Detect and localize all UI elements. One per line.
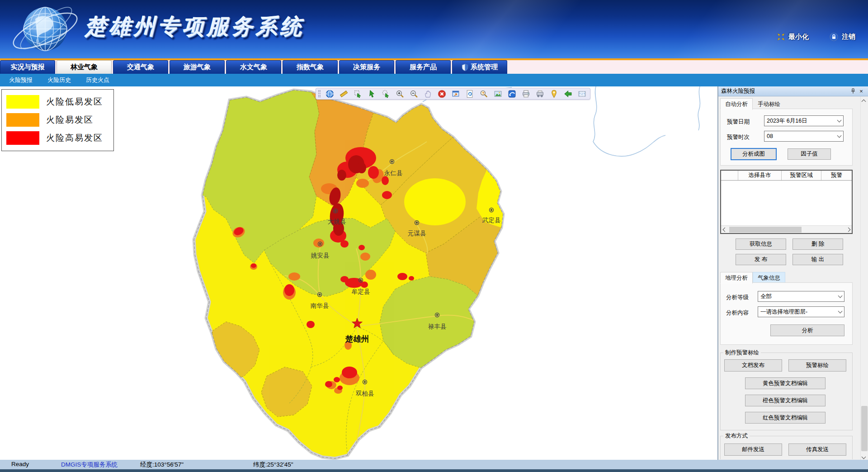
status-longitude: 经度:103°56'57" xyxy=(140,461,184,469)
tab-tourism-weather[interactable]: 旅游气象 xyxy=(170,60,225,74)
subtab-fire-forecast[interactable]: 火险预报 xyxy=(9,76,33,84)
sub-tab-bar: 火险预报 火险历史 历史火点 xyxy=(0,74,868,86)
legend-item: 火险易发区 xyxy=(6,112,109,128)
pan-hand-icon[interactable] xyxy=(421,88,435,99)
refresh-icon[interactable] xyxy=(463,88,477,99)
table-hscrollbar[interactable] xyxy=(721,225,852,233)
scrollbar-thumb[interactable] xyxy=(861,406,868,451)
tab-hydrology-weather[interactable]: 水文气象 xyxy=(226,60,281,74)
analysis-content-label: 分析内容 xyxy=(726,309,749,317)
panel-scrollbar[interactable] xyxy=(860,96,868,460)
panel-title: 森林火险预报 xyxy=(721,87,755,95)
export-button[interactable]: 输 出 xyxy=(793,254,843,265)
legend-swatch-medium xyxy=(6,113,39,127)
county-label: 元谋县 xyxy=(408,230,426,237)
zoom-out-icon[interactable] xyxy=(407,88,421,99)
tab-index-weather[interactable]: 指数气象 xyxy=(283,60,338,74)
tab-auto-analysis[interactable]: 自动分析 xyxy=(720,98,753,110)
chevron-down-icon xyxy=(835,120,843,122)
globe-logo-icon xyxy=(8,1,85,58)
scroll-left-icon[interactable] xyxy=(721,228,728,231)
identify-query-icon[interactable]: ? xyxy=(477,88,491,99)
publish-button[interactable]: 发 布 xyxy=(736,254,786,265)
county-label: 姚安县 xyxy=(311,252,330,259)
close-icon[interactable]: × xyxy=(857,88,865,95)
doc-publish-button[interactable]: 文档发布 xyxy=(724,359,782,372)
subtab-fire-history[interactable]: 火险历史 xyxy=(47,76,71,84)
tab-traffic-weather[interactable]: 交通气象 xyxy=(113,60,168,74)
tab-decision-service[interactable]: 决策服务 xyxy=(339,60,394,74)
geo-analyze-button[interactable]: 分析 xyxy=(770,324,844,336)
plotter-icon[interactable] xyxy=(533,88,547,99)
status-bar: Ready DMGIS专项服务系统 经度:103°56'57" 纬度:25°32… xyxy=(0,460,868,469)
plot-group-title: 制作预警标绘 xyxy=(723,349,761,357)
legend-item: 火险低易发区 xyxy=(6,94,109,110)
yellow-doc-edit-button[interactable]: 黄色预警文档编辑 xyxy=(745,377,826,389)
tab-geo-analysis[interactable]: 地理分析 xyxy=(720,272,753,284)
county-label: 大姚县 xyxy=(328,218,346,225)
warning-table: 选择县市 预警区域 预警 xyxy=(720,170,853,234)
col-warning-area: 预警区域 xyxy=(782,171,821,180)
scroll-right-icon[interactable] xyxy=(844,228,852,231)
factor-value-button[interactable]: 因子值 xyxy=(788,148,831,160)
select-polygon-icon[interactable] xyxy=(379,88,393,99)
delete-button[interactable]: 删 除 xyxy=(793,238,843,250)
placemark-pin-icon[interactable] xyxy=(547,88,561,99)
warn-date-select[interactable]: 2023年 6月16日 xyxy=(764,115,844,126)
warn-date-label: 预警日期 xyxy=(727,118,750,126)
pointer-arrow-icon[interactable] xyxy=(365,88,379,99)
map-sheet-icon[interactable] xyxy=(575,88,589,99)
analysis-level-label: 分析等级 xyxy=(726,294,749,301)
select-rectangle-icon[interactable] xyxy=(351,88,365,99)
county-label: 武定县 xyxy=(482,217,501,224)
fire-risk-legend: 火险低易发区 火险易发区 火险高易发区 xyxy=(1,89,114,151)
back-arrow-icon[interactable] xyxy=(561,88,575,99)
print-icon[interactable] xyxy=(519,88,533,99)
zoom-in-icon[interactable] xyxy=(393,88,407,99)
table-body[interactable] xyxy=(721,181,852,218)
world-swirl-icon[interactable] xyxy=(505,88,519,99)
get-info-button[interactable]: 获取信息 xyxy=(736,238,786,250)
tab-service-products[interactable]: 服务产品 xyxy=(396,60,451,74)
red-doc-edit-button[interactable]: 红色预警文档编辑 xyxy=(745,412,826,424)
full-extent-icon[interactable] xyxy=(449,88,463,99)
forest-fire-panel: 森林火险预报 × 自动分析 手动标绘 预警日期 20 xyxy=(718,86,868,460)
minimize-button[interactable]: 最小化 xyxy=(777,33,809,41)
orange-doc-edit-button[interactable]: 橙色预警文档编辑 xyxy=(745,395,826,406)
warn-time-select[interactable]: 08 xyxy=(764,131,844,142)
minimize-arrows-icon xyxy=(777,33,785,41)
legend-item: 火险高易发区 xyxy=(6,130,109,146)
measure-ruler-icon[interactable] xyxy=(337,88,351,99)
analyze-chart-button[interactable]: 分析成图 xyxy=(731,148,777,160)
globe-icon[interactable] xyxy=(323,88,337,99)
tab-forestry-weather[interactable]: 林业气象 xyxy=(57,60,112,74)
toolbar-drag-handle[interactable] xyxy=(318,90,321,97)
county-label: 禄丰县 xyxy=(428,323,447,330)
map-canvas[interactable]: 永仁县 元谋县 大姚县 姚安县 武定县 南华县 牟定县 禄丰县 双柏县 楚雄州 … xyxy=(0,86,718,460)
status-system-name: DMGIS专项服务系统 xyxy=(61,461,118,469)
main-tab-bar: 实况与预报 林业气象 交通气象 旅游气象 水文气象 指数气象 决策服务 服务产品… xyxy=(0,60,868,74)
tab-live-forecast[interactable]: 实况与预报 xyxy=(0,60,55,74)
scroll-up-icon[interactable] xyxy=(862,98,867,103)
chevron-down-icon xyxy=(836,311,844,313)
email-send-button[interactable]: 邮件发送 xyxy=(724,443,782,456)
image-export-icon[interactable] xyxy=(491,88,505,99)
col-select-county: 选择县市 xyxy=(738,171,782,180)
hscroll-thumb[interactable] xyxy=(729,227,802,233)
warn-time-label: 预警时次 xyxy=(727,133,750,141)
analysis-content-select[interactable]: 一请选择地理图层- xyxy=(758,306,844,317)
chevron-down-icon xyxy=(836,296,844,297)
analysis-level-select[interactable]: 全部 xyxy=(758,291,844,302)
county-label: 南华县 xyxy=(311,302,329,309)
scroll-down-icon[interactable] xyxy=(862,453,867,458)
county-label: 双柏县 xyxy=(356,390,374,397)
panel-titlebar: 森林火险预报 × xyxy=(718,86,868,96)
subtab-historic-fire-points[interactable]: 历史火点 xyxy=(86,76,109,84)
logout-button[interactable]: 注销 xyxy=(830,33,855,41)
warn-plot-button[interactable]: 预警标绘 xyxy=(788,359,846,372)
prefecture-label: 楚雄州 xyxy=(345,334,369,343)
pin-icon[interactable] xyxy=(849,88,857,95)
fax-send-button[interactable]: 传真发送 xyxy=(788,443,846,456)
stop-icon[interactable] xyxy=(435,88,449,99)
tab-system-management[interactable]: 系统管理 xyxy=(452,60,507,74)
